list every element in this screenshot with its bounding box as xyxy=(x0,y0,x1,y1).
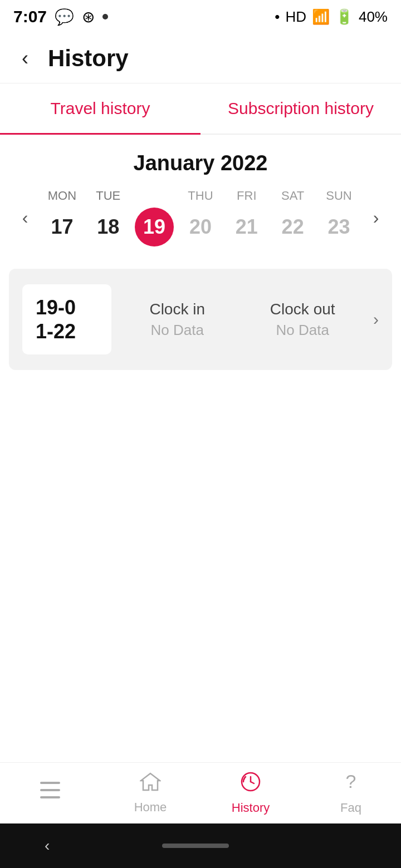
android-home-pill[interactable] xyxy=(162,844,229,848)
record-detail-arrow: › xyxy=(373,310,379,329)
content-spacer xyxy=(0,381,401,762)
calendar-day-sat[interactable]: SAT 22 xyxy=(273,189,312,246)
calendar-day-wed[interactable]: WED 19 xyxy=(135,189,174,246)
clock-out-label: Clock out xyxy=(270,300,335,318)
nav-label-faq: Faq xyxy=(340,801,361,815)
status-left: 7:07 💬 ⊛ xyxy=(13,7,108,26)
back-icon: ‹ xyxy=(22,47,28,70)
page-title: History xyxy=(48,45,129,72)
calendar-day-fri[interactable]: FRI 21 xyxy=(227,189,266,246)
record-card[interactable]: 19-0 1-22 Clock in No Data Clock out No … xyxy=(9,269,392,370)
battery-icon: 🔋 xyxy=(335,8,353,26)
clock-in-value: No Data xyxy=(151,322,204,339)
back-button[interactable]: ‹ xyxy=(11,45,39,72)
day-name-thu: THU xyxy=(188,189,213,203)
day-num-mon: 17 xyxy=(42,208,81,246)
record-section: 19-0 1-22 Clock in No Data Clock out No … xyxy=(0,258,401,381)
day-num-wed: 19 xyxy=(135,208,174,246)
day-name-sat: SAT xyxy=(281,189,304,203)
tab-travel-history[interactable]: Travel history xyxy=(0,83,200,134)
calendar-days: MON 17 TUE 18 WED 19 THU 20 FRI 21 SAT 2… xyxy=(39,189,362,246)
nav-item-faq[interactable]: ? Faq xyxy=(301,771,401,815)
record-body: Clock in No Data Clock out No Data xyxy=(111,300,373,339)
status-right: • HD 📶 🔋 40% xyxy=(275,8,388,26)
calendar-section: January 2022 ‹ MON 17 TUE 18 WED 19 THU … xyxy=(0,135,401,258)
status-time: 7:07 xyxy=(13,7,47,26)
day-num-sat: 22 xyxy=(273,208,312,246)
app-icon: ⊛ xyxy=(82,8,95,26)
day-name-sun: SUN xyxy=(326,189,351,203)
record-date-line1: 19-0 xyxy=(36,295,76,319)
day-num-thu: 20 xyxy=(181,208,220,246)
nav-item-home[interactable]: Home xyxy=(100,772,200,815)
nav-label-history: History xyxy=(232,801,270,815)
nav-label-home: Home xyxy=(134,800,167,815)
calendar-day-mon[interactable]: MON 17 xyxy=(42,189,81,246)
calendar-month: January 2022 xyxy=(0,151,401,175)
calendar-day-sun[interactable]: SUN 23 xyxy=(319,189,358,246)
network-label: HD xyxy=(285,8,306,26)
day-name-mon: MON xyxy=(48,189,76,203)
clock-out-section: Clock out No Data xyxy=(270,300,335,339)
bottom-navigation: Home History ? Faq xyxy=(0,762,401,823)
faq-icon: ? xyxy=(341,771,360,797)
svg-rect-2 xyxy=(40,796,60,798)
android-back-button[interactable]: ‹ xyxy=(45,837,50,855)
svg-rect-1 xyxy=(40,789,60,791)
status-bar: 7:07 💬 ⊛ • HD 📶 🔋 40% xyxy=(0,0,401,33)
clock-in-section: Clock in No Data xyxy=(149,300,205,339)
calendar-prev-button[interactable]: ‹ xyxy=(11,204,39,231)
whatsapp-icon: 💬 xyxy=(55,8,74,26)
calendar-day-thu[interactable]: THU 20 xyxy=(181,189,220,246)
nav-item-menu[interactable] xyxy=(0,780,100,807)
day-name-fri: FRI xyxy=(237,189,256,203)
calendar-week: ‹ MON 17 TUE 18 WED 19 THU 20 FRI 21 xyxy=(0,189,401,246)
nav-item-history[interactable]: History xyxy=(200,771,301,815)
notification-dot xyxy=(102,14,108,19)
day-num-fri: 21 xyxy=(227,208,266,246)
menu-icon xyxy=(40,780,60,803)
android-navigation-bar: ‹ xyxy=(0,823,401,868)
day-num-sun: 23 xyxy=(319,208,358,246)
top-navigation: ‹ History xyxy=(0,33,401,83)
tab-subscription-history[interactable]: Subscription history xyxy=(200,83,401,134)
calendar-day-tue[interactable]: TUE 18 xyxy=(89,189,128,246)
record-date-line2: 1-22 xyxy=(36,319,76,343)
day-name-wed: WED xyxy=(140,189,168,203)
home-icon xyxy=(140,772,161,797)
record-date-box: 19-0 1-22 xyxy=(22,284,111,354)
svg-rect-0 xyxy=(40,782,60,784)
calendar-next-button[interactable]: › xyxy=(362,204,390,231)
day-name-tue: TUE xyxy=(96,189,120,203)
day-num-tue: 18 xyxy=(89,208,128,246)
signal-icon: 📶 xyxy=(312,8,330,26)
dot-icon: • xyxy=(275,8,280,26)
history-icon xyxy=(240,771,261,797)
clock-out-value: No Data xyxy=(276,322,329,339)
tab-bar: Travel history Subscription history xyxy=(0,83,401,135)
battery-percent: 40% xyxy=(359,8,388,26)
clock-in-label: Clock in xyxy=(149,300,205,318)
svg-text:?: ? xyxy=(346,771,356,792)
